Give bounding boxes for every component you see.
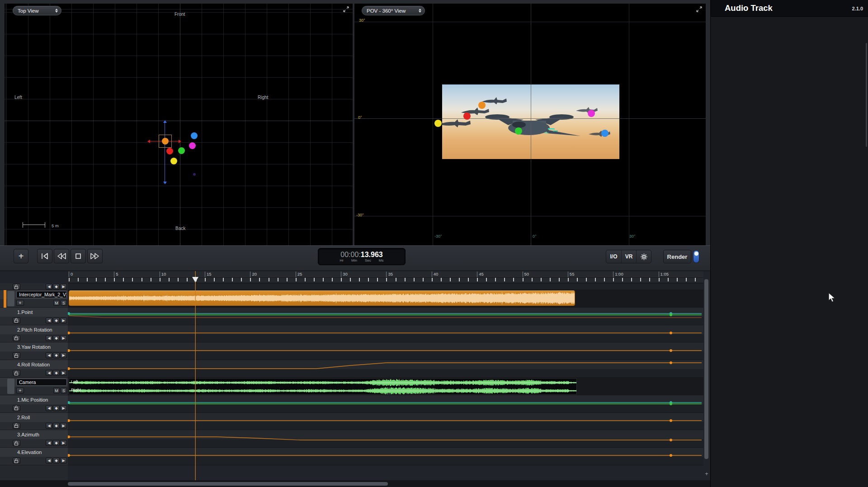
track-drag-handle[interactable] bbox=[7, 291, 14, 306]
green-source[interactable] bbox=[515, 127, 522, 135]
audio-clip-camera[interactable]: LeftRight bbox=[69, 378, 577, 395]
prev-keyframe-button[interactable]: ◀ bbox=[46, 458, 52, 464]
add-keyframe-button[interactable]: ◆ bbox=[53, 352, 60, 358]
lock-icon[interactable] bbox=[13, 440, 20, 446]
lock-icon[interactable] bbox=[13, 370, 20, 376]
next-keyframe-button[interactable]: ▶ bbox=[60, 423, 67, 429]
expand-icon[interactable] bbox=[696, 6, 702, 12]
go-to-start-button[interactable] bbox=[37, 249, 52, 263]
purple-source[interactable] bbox=[193, 173, 196, 176]
render-toggle[interactable] bbox=[693, 250, 699, 263]
top-view-selector[interactable]: Top View bbox=[13, 6, 61, 15]
add-keyframe-button[interactable]: ◆ bbox=[53, 440, 60, 446]
yellow-source[interactable] bbox=[434, 120, 442, 127]
next-keyframe-button[interactable]: ▶ bbox=[60, 352, 67, 358]
add-automation-button[interactable]: + bbox=[16, 388, 24, 393]
horizontal-scrollbar-thumb[interactable] bbox=[68, 482, 388, 486]
add-keyframe-button[interactable]: ◆ bbox=[53, 423, 60, 429]
track-header[interactable]: Camera+MS bbox=[0, 378, 68, 395]
track-header[interactable]: 3.Yaw Rotation◀◆▶ bbox=[0, 342, 68, 360]
add-keyframe-button[interactable]: ◆ bbox=[53, 335, 60, 341]
track-lane[interactable] bbox=[68, 360, 703, 378]
timecode-display[interactable]: 00:00:13.963 HrMinSecMs bbox=[318, 248, 406, 265]
track-lane[interactable] bbox=[68, 430, 703, 448]
yellow-source[interactable] bbox=[170, 158, 177, 164]
blue-source[interactable] bbox=[191, 132, 198, 139]
track-header[interactable]: 3.Azimuth◀◆▶ bbox=[0, 430, 68, 448]
add-track-button[interactable]: + bbox=[14, 249, 28, 263]
track-drag-handle[interactable] bbox=[7, 379, 14, 394]
add-keyframe-button[interactable]: ◆ bbox=[53, 458, 60, 464]
lock-icon[interactable] bbox=[13, 423, 20, 429]
track-header[interactable]: 4.Roll Rotation◀◆▶ bbox=[0, 360, 68, 378]
next-keyframe-button[interactable]: ▶ bbox=[60, 370, 67, 376]
track-lane[interactable] bbox=[68, 448, 703, 465]
panel-scroll-indicator[interactable] bbox=[866, 43, 867, 147]
pov-view-selector[interactable]: POV - 360° View bbox=[362, 6, 425, 15]
track-header[interactable]: 1.Point◀◆▶ bbox=[0, 308, 68, 325]
add-keyframe-button[interactable]: ◆ bbox=[53, 405, 60, 411]
lock-icon[interactable] bbox=[13, 318, 20, 323]
next-keyframe-button[interactable]: ▶ bbox=[60, 318, 67, 323]
magenta-source[interactable] bbox=[588, 110, 595, 117]
prev-keyframe-button[interactable]: ◀ bbox=[46, 352, 52, 358]
audio-clip-interceptor[interactable] bbox=[69, 290, 575, 306]
next-keyframe-button[interactable]: ▶ bbox=[60, 284, 67, 290]
next-keyframe-button[interactable]: ▶ bbox=[60, 335, 67, 341]
io-button[interactable]: I/O bbox=[606, 250, 621, 263]
track-name-field[interactable]: Camera bbox=[16, 379, 67, 386]
horizontal-scrollbar[interactable] bbox=[0, 480, 710, 487]
next-keyframe-button[interactable]: ▶ bbox=[60, 440, 67, 446]
add-automation-button[interactable]: + bbox=[16, 300, 24, 306]
vertical-scrollbar-thumb[interactable] bbox=[704, 279, 708, 459]
add-keyframe-button[interactable]: ◆ bbox=[53, 284, 60, 290]
rewind-button[interactable] bbox=[54, 249, 69, 263]
prev-keyframe-button[interactable]: ◀ bbox=[46, 284, 52, 290]
track-lane[interactable] bbox=[68, 395, 703, 413]
settings-button[interactable] bbox=[636, 250, 651, 263]
track-header[interactable]: 2.Pitch Rotation◀◆▶ bbox=[0, 325, 68, 343]
next-keyframe-button[interactable]: ▶ bbox=[60, 405, 67, 411]
prev-keyframe-button[interactable]: ◀ bbox=[46, 370, 52, 376]
track-header[interactable]: 1.Mic Position◀◆▶ bbox=[0, 395, 68, 413]
track-header[interactable]: 2.Roll◀◆▶ bbox=[0, 413, 68, 431]
track-name-field[interactable]: Interceptor_Mark_2_V2 bbox=[16, 291, 67, 298]
red-source[interactable] bbox=[166, 148, 173, 155]
vertical-scrollbar[interactable] bbox=[704, 274, 708, 471]
magenta-source[interactable] bbox=[189, 142, 196, 149]
prev-keyframe-button[interactable]: ◀ bbox=[46, 318, 52, 323]
track-lane[interactable] bbox=[68, 342, 703, 360]
orange-source[interactable] bbox=[162, 138, 169, 145]
orange-source[interactable] bbox=[478, 102, 486, 109]
add-keyframe-button[interactable]: ◆ bbox=[53, 370, 60, 376]
prev-keyframe-button[interactable]: ◀ bbox=[46, 335, 52, 341]
lock-icon[interactable] bbox=[13, 284, 20, 290]
prev-keyframe-button[interactable]: ◀ bbox=[46, 440, 52, 446]
vr-button[interactable]: VR bbox=[621, 250, 636, 263]
fast-forward-button[interactable] bbox=[87, 249, 103, 263]
lock-icon[interactable] bbox=[13, 335, 20, 341]
lock-icon[interactable] bbox=[13, 458, 20, 464]
timeline-content[interactable]: LeftRight bbox=[68, 271, 703, 480]
next-keyframe-button[interactable]: ▶ bbox=[60, 458, 67, 464]
red-source[interactable] bbox=[463, 112, 471, 120]
playhead-marker[interactable] bbox=[192, 277, 198, 282]
stop-button[interactable] bbox=[71, 249, 86, 263]
track-lane[interactable] bbox=[68, 308, 703, 325]
mute-button[interactable]: M bbox=[53, 300, 60, 306]
track-header[interactable]: Interceptor_Mark_2_V2+MS bbox=[0, 290, 68, 308]
prev-keyframe-button[interactable]: ◀ bbox=[46, 405, 52, 411]
add-lane-button[interactable]: + bbox=[703, 471, 710, 477]
expand-icon[interactable] bbox=[343, 6, 349, 12]
solo-button[interactable]: S bbox=[61, 300, 67, 306]
solo-button[interactable]: S bbox=[61, 388, 67, 393]
lock-icon[interactable] bbox=[13, 352, 20, 358]
green-source[interactable] bbox=[178, 147, 185, 154]
track-lane[interactable] bbox=[68, 325, 703, 343]
prev-keyframe-button[interactable]: ◀ bbox=[46, 423, 52, 429]
blue-source[interactable] bbox=[601, 130, 609, 137]
lock-icon[interactable] bbox=[13, 405, 20, 411]
track-header[interactable]: 4.Elevation◀◆▶ bbox=[0, 448, 68, 465]
mute-button[interactable]: M bbox=[53, 388, 60, 393]
render-button[interactable]: Render bbox=[663, 250, 691, 263]
